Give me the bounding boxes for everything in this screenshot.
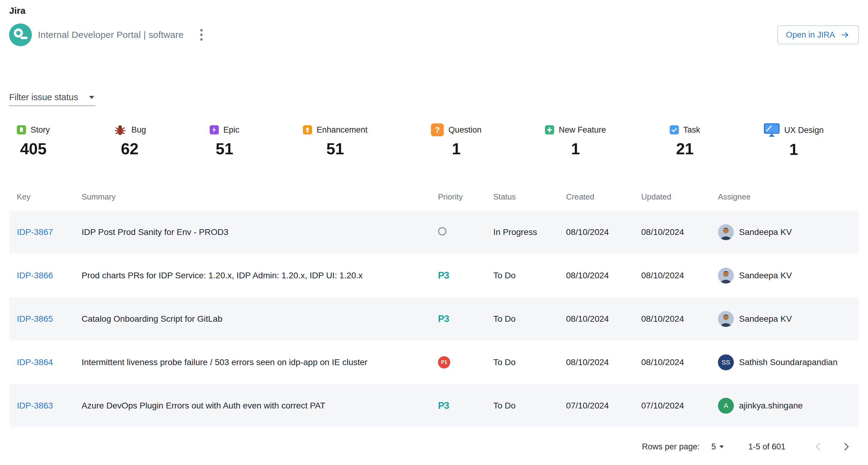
issue-created: 08/10/2024 — [566, 314, 641, 324]
avatar: SS — [718, 355, 734, 370]
issue-created: 08/10/2024 — [566, 227, 641, 237]
open-in-jira-button[interactable]: Open in JIRA — [777, 25, 859, 44]
column-header-updated: Updated — [641, 192, 718, 202]
priority-p3-icon: P3 — [438, 400, 449, 411]
issue-summary: Catalog Onboarding Script for GitLab — [82, 314, 438, 324]
issue-summary: Intermittent liveness probe failure / 50… — [82, 358, 438, 367]
project-header: Internal Developer Portal | software Ope… — [9, 23, 859, 46]
issue-summary: IDP Post Prod Sanity for Env - PROD3 — [82, 227, 438, 237]
assignee-cell: Sandeepa KV — [718, 311, 859, 327]
task-icon — [670, 125, 679, 134]
pagination-range: 1-5 of 601 — [748, 442, 785, 452]
assignee-cell: Sandeepa KV — [718, 268, 859, 284]
stat-count: 405 — [20, 140, 47, 158]
stat-enhancement: Enhancement 51 — [303, 123, 368, 158]
column-header-created: Created — [566, 192, 641, 202]
table-row: IDP-3863 Azure DevOps Plugin Errors out … — [9, 384, 859, 427]
column-header-status: Status — [493, 192, 566, 202]
open-in-jira-label: Open in JIRA — [786, 30, 835, 40]
table-row: IDP-3865 Catalog Onboarding Script for G… — [9, 297, 859, 341]
issue-status: To Do — [493, 314, 566, 324]
filter-issue-status-label: Filter issue status — [9, 92, 78, 102]
issue-created: 08/10/2024 — [566, 271, 641, 280]
issue-updated: 08/10/2024 — [641, 314, 718, 324]
ux-design-icon — [764, 123, 780, 137]
issue-type-stats: Story 405 Bug — [9, 123, 859, 159]
issue-key-link[interactable]: IDP-3865 — [17, 314, 53, 324]
question-icon: ? — [431, 124, 444, 136]
rows-per-page-label: Rows per page: — [642, 442, 700, 452]
stat-new-feature: New Feature 1 — [545, 123, 606, 158]
kebab-menu-icon[interactable] — [198, 27, 205, 42]
chevron-down-icon — [89, 96, 94, 99]
priority-none-icon — [438, 227, 446, 236]
filter-issue-status-select[interactable]: Filter issue status — [9, 92, 95, 106]
stat-bug: Bug 62 — [114, 123, 146, 158]
next-page-button[interactable] — [840, 440, 853, 453]
assignee-cell: SS Sathish Soundarapandian — [718, 355, 859, 370]
stat-task: Task 21 — [670, 123, 701, 158]
issue-key-link[interactable]: IDP-3866 — [17, 271, 53, 280]
issue-status: To Do — [493, 358, 566, 367]
assignee-name: Sandeepa KV — [739, 271, 792, 280]
issue-updated: 08/10/2024 — [641, 358, 718, 367]
stat-ux-design: UX Design 1 — [764, 123, 824, 159]
avatar — [718, 311, 734, 327]
page-title: Jira — [9, 5, 859, 16]
issue-key-link[interactable]: IDP-3864 — [17, 358, 53, 367]
svg-text:?: ? — [435, 125, 440, 135]
table-header-row: Key Summary Priority Status Created Upda… — [9, 183, 859, 210]
issue-updated: 08/10/2024 — [641, 271, 718, 280]
jira-project-avatar-icon — [9, 24, 32, 46]
issues-table: Key Summary Priority Status Created Upda… — [9, 183, 859, 427]
stat-story: Story 405 — [17, 123, 50, 158]
issue-key-link[interactable]: IDP-3863 — [17, 401, 53, 410]
stat-count: 1 — [452, 140, 461, 158]
issue-status: To Do — [493, 271, 566, 280]
issue-created: 08/10/2024 — [566, 358, 641, 367]
column-header-priority: Priority — [438, 192, 493, 202]
priority-p3-icon: P3 — [438, 313, 449, 324]
issue-summary: Prod charts PRs for IDP Service: 1.20.x,… — [82, 271, 438, 280]
issue-status: To Do — [493, 401, 566, 410]
issue-updated: 07/10/2024 — [641, 401, 718, 410]
issue-created: 07/10/2024 — [566, 401, 641, 410]
chevron-down-icon — [719, 445, 724, 448]
rows-per-page-select[interactable]: 5 — [711, 442, 724, 452]
priority-p3-icon: P3 — [438, 270, 449, 281]
assignee-cell: Sandeepa KV — [718, 224, 859, 240]
stat-count: 21 — [676, 140, 694, 158]
jira-card: Jira Internal Developer Portal | softwar… — [0, 0, 868, 453]
stat-question: ? Question 1 — [431, 123, 482, 158]
assignee-name: Sathish Soundarapandian — [739, 358, 837, 367]
issue-status: In Progress — [493, 227, 566, 237]
previous-page-button[interactable] — [812, 440, 825, 453]
stat-epic: Epic 51 — [210, 123, 240, 158]
column-header-key: Key — [17, 192, 82, 202]
epic-icon — [210, 125, 219, 134]
assignee-name: Sandeepa KV — [739, 227, 792, 237]
new-feature-icon — [545, 125, 554, 134]
issue-summary: Azure DevOps Plugin Errors out with Auth… — [82, 401, 438, 410]
stat-count: 1 — [571, 140, 580, 158]
avatar: A — [718, 398, 734, 414]
enhancement-icon — [303, 125, 312, 134]
assignee-cell: A ajinkya.shingane — [718, 398, 859, 414]
stat-count: 62 — [121, 140, 138, 158]
table-row: IDP-3866 Prod charts PRs for IDP Service… — [9, 254, 859, 297]
assignee-name: ajinkya.shingane — [739, 401, 803, 410]
stat-count: 51 — [215, 140, 233, 158]
arrow-right-icon — [840, 31, 850, 39]
bug-icon — [114, 123, 127, 137]
story-icon — [17, 125, 26, 134]
assignee-name: Sandeepa KV — [739, 314, 792, 324]
issue-key-link[interactable]: IDP-3867 — [17, 227, 53, 237]
table-row: IDP-3864 Intermittent liveness probe fai… — [9, 341, 859, 384]
column-header-summary: Summary — [82, 192, 438, 202]
stat-count: 1 — [789, 140, 798, 159]
table-row: IDP-3867 IDP Post Prod Sanity for Env - … — [9, 210, 859, 254]
pagination-bar: Rows per page: 5 1-5 of 601 — [9, 440, 859, 453]
stat-count: 51 — [327, 140, 344, 158]
column-header-assignee: Assignee — [718, 192, 859, 202]
issue-updated: 08/10/2024 — [641, 227, 718, 237]
